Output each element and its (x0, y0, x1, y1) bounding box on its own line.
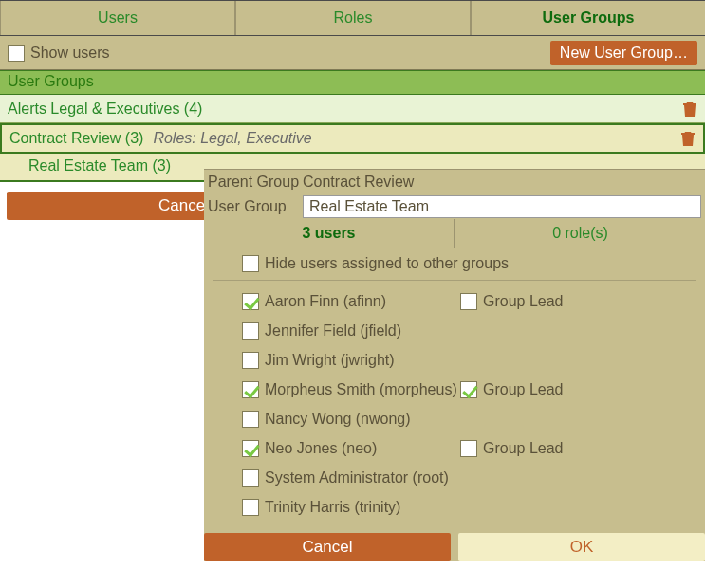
group-lead-checkbox[interactable] (460, 293, 477, 310)
group-lead-label: Group Lead (483, 381, 564, 398)
user-name: Aaron Finn (afinn) (265, 293, 386, 310)
user-checkbox[interactable] (242, 381, 259, 398)
group-lead-label: Group Lead (483, 293, 564, 310)
edit-group-popup: Parent Group Contract Review User Group … (204, 169, 705, 561)
user-row: Trinity Harris (trinity) (204, 492, 705, 522)
tab-bar: Users Roles User Groups (0, 0, 705, 36)
section-header: User Groups (0, 70, 705, 95)
group-child-name: Real Estate Team (3) (28, 157, 171, 174)
new-user-group-button[interactable]: New User Group… (550, 41, 697, 65)
user-name: Morpheus Smith (morpheus) (265, 381, 457, 398)
user-group-input[interactable] (303, 195, 701, 218)
user-checkbox[interactable] (242, 352, 259, 369)
user-name: Nancy Wong (nwong) (265, 411, 411, 428)
user-row: Nancy Wong (nwong) (204, 404, 705, 433)
users-count-tab[interactable]: 3 users (204, 219, 454, 248)
user-name: System Administrator (root) (265, 469, 449, 487)
user-name: Trinity Harris (trinity) (265, 499, 400, 516)
user-row: System Administrator (root) (204, 463, 705, 492)
user-name: Jennifer Field (jfield) (265, 322, 401, 340)
hide-users-label: Hide users assigned to other groups (265, 255, 509, 272)
cancel-bar-label: Cancel (158, 196, 209, 215)
popup-ok-button[interactable]: OK (458, 533, 705, 561)
user-name: Neo Jones (neo) (265, 440, 377, 457)
trash-icon[interactable] (682, 101, 697, 118)
group-lead-checkbox[interactable] (460, 440, 477, 457)
tab-roles[interactable]: Roles (234, 1, 470, 35)
user-row: Aaron Finn (afinn)Group Lead (204, 286, 705, 316)
hide-users-checkbox[interactable] (242, 255, 259, 272)
user-checkbox[interactable] (242, 322, 259, 340)
user-row: Neo Jones (neo)Group Lead (204, 433, 705, 463)
popup-summary: 3 users 0 role(s) (204, 219, 705, 248)
user-checkbox[interactable] (242, 499, 259, 516)
user-row: Jim Wright (jwright) (204, 345, 705, 375)
user-name: Jim Wright (jwright) (265, 352, 395, 369)
user-checkbox[interactable] (242, 411, 259, 428)
roles-count-tab[interactable]: 0 role(s) (454, 219, 705, 248)
group-row[interactable]: Contract Review (3) Roles: Legal, Execut… (0, 123, 705, 154)
toolbar: Show users New User Group… (0, 36, 705, 70)
group-lead-checkbox[interactable] (460, 381, 477, 398)
group-lead-label: Group Lead (483, 440, 564, 457)
parent-group-value: Contract Review (303, 174, 414, 191)
user-list: Aaron Finn (afinn)Group LeadJennifer Fie… (204, 281, 705, 533)
tab-user-groups[interactable]: User Groups (470, 1, 705, 35)
user-checkbox[interactable] (242, 469, 259, 487)
group-roles: Roles: Legal, Executive (153, 130, 311, 147)
user-checkbox[interactable] (242, 440, 259, 457)
trash-icon[interactable] (680, 130, 696, 147)
group-row[interactable]: Alerts Legal & Executives (4) (0, 95, 705, 123)
group-name: Alerts Legal & Executives (4) (8, 101, 202, 118)
group-name: Contract Review (3) (9, 130, 143, 147)
show-users-checkbox[interactable] (8, 45, 25, 62)
tab-users[interactable]: Users (0, 1, 234, 35)
user-row: Jennifer Field (jfield) (204, 316, 705, 345)
user-group-label: User Group (208, 198, 303, 215)
show-users-label: Show users (30, 45, 110, 62)
parent-group-label: Parent Group (208, 174, 303, 191)
popup-cancel-button[interactable]: Cancel (204, 533, 451, 561)
user-row: Morpheus Smith (morpheus)Group Lead (204, 375, 705, 404)
user-checkbox[interactable] (242, 293, 259, 310)
